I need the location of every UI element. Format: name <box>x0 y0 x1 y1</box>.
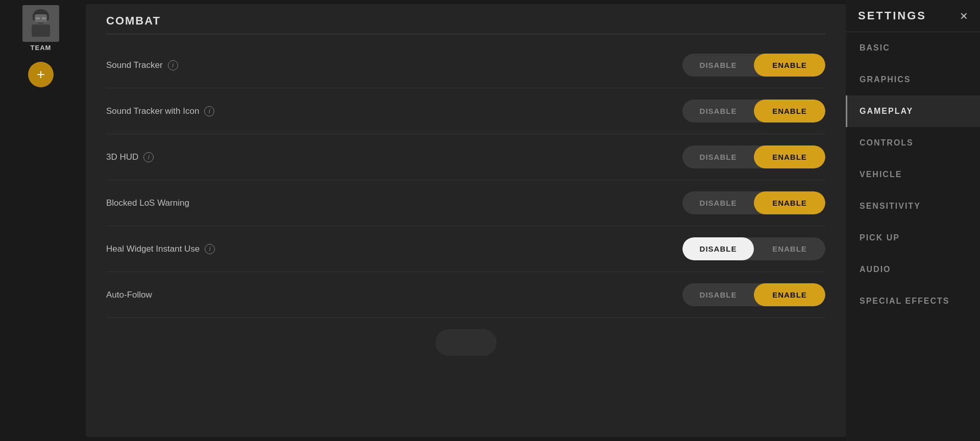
setting-text-sound_tracker_icon: Sound Tracker with Icon <box>106 106 199 116</box>
info-icon-sound_tracker[interactable]: i <box>168 60 178 70</box>
disable-btn-blocked_los[interactable]: DISABLE <box>682 191 754 214</box>
avatar <box>22 5 59 42</box>
svg-rect-3 <box>32 24 50 37</box>
info-icon-3d_hud[interactable]: i <box>143 152 154 162</box>
disable-btn-auto_follow[interactable]: DISABLE <box>682 283 754 306</box>
info-icon-sound_tracker_icon[interactable]: i <box>204 106 214 116</box>
setting-label-sound_tracker: Sound Trackeri <box>106 60 178 70</box>
disable-btn-sound_tracker[interactable]: DISABLE <box>682 54 754 77</box>
add-team-button[interactable]: + <box>28 62 54 87</box>
disable-btn-3d_hud[interactable]: DISABLE <box>682 145 754 168</box>
enable-btn-sound_tracker[interactable]: ENABLE <box>754 54 825 77</box>
disable-btn-heal_widget[interactable]: DISABLE <box>682 237 754 260</box>
nav-item-vehicle[interactable]: VEHICLE <box>846 159 980 190</box>
right-sidebar: SETTINGS × BASICGRAPHICSGAMEPLAYCONTROLS… <box>846 0 980 441</box>
enable-btn-3d_hud[interactable]: ENABLE <box>754 145 825 168</box>
close-button[interactable]: × <box>960 9 968 22</box>
enable-btn-sound_tracker_icon[interactable]: ENABLE <box>754 100 825 122</box>
setting-label-heal_widget: Heal Widget Instant Usei <box>106 244 215 254</box>
setting-text-sound_tracker: Sound Tracker <box>106 60 163 70</box>
settings-list: Sound TrackeriDISABLEENABLESound Tracker… <box>106 42 825 318</box>
section-title: COMBAT <box>106 14 825 34</box>
enable-btn-blocked_los[interactable]: ENABLE <box>754 191 825 214</box>
setting-row-auto_follow: Auto-FollowDISABLEENABLE <box>106 272 825 318</box>
setting-label-sound_tracker_icon: Sound Tracker with Iconi <box>106 106 214 116</box>
svg-rect-5 <box>36 17 40 19</box>
setting-text-auto_follow: Auto-Follow <box>106 290 152 300</box>
toggle-group-3d_hud: DISABLEENABLE <box>682 145 825 168</box>
nav-item-controls[interactable]: CONTROLS <box>846 127 980 159</box>
toggle-group-sound_tracker: DISABLEENABLE <box>682 54 825 77</box>
nav-item-sensitivity[interactable]: SENSITIVITY <box>846 190 980 222</box>
nav-item-pick_up[interactable]: PICK UP <box>846 222 980 254</box>
toggle-group-auto_follow: DISABLEENABLE <box>682 283 825 306</box>
setting-row-heal_widget: Heal Widget Instant UseiDISABLEENABLE <box>106 226 825 272</box>
toggle-group-heal_widget: DISABLEENABLE <box>682 237 825 260</box>
setting-row-sound_tracker_icon: Sound Tracker with IconiDISABLEENABLE <box>106 88 825 134</box>
nav-item-audio[interactable]: AUDIO <box>846 254 980 285</box>
nav-item-basic[interactable]: BASIC <box>846 32 980 64</box>
setting-label-blocked_los: Blocked LoS Warning <box>106 198 189 208</box>
setting-row-3d_hud: 3D HUDiDISABLEENABLE <box>106 134 825 180</box>
nav-item-gameplay[interactable]: GAMEPLAY <box>846 95 980 127</box>
toggle-group-blocked_los: DISABLEENABLE <box>682 191 825 214</box>
nav-list: BASICGRAPHICSGAMEPLAYCONTROLSVEHICLESENS… <box>846 32 980 317</box>
team-label: TEAM <box>31 44 52 52</box>
avatar-container: TEAM <box>22 5 59 52</box>
svg-rect-6 <box>42 17 46 19</box>
left-sidebar: TEAM + <box>0 0 82 441</box>
setting-row-blocked_los: Blocked LoS WarningDISABLEENABLE <box>106 180 825 226</box>
setting-text-3d_hud: 3D HUD <box>106 152 138 162</box>
nav-item-special_effects[interactable]: SPECIAL EFFECTS <box>846 285 980 317</box>
setting-row-sound_tracker: Sound TrackeriDISABLEENABLE <box>106 42 825 88</box>
setting-label-auto_follow: Auto-Follow <box>106 290 152 300</box>
setting-text-heal_widget: Heal Widget Instant Use <box>106 244 200 254</box>
nav-item-graphics[interactable]: GRAPHICS <box>846 64 980 95</box>
info-icon-heal_widget[interactable]: i <box>205 244 215 254</box>
toggle-group-sound_tracker_icon: DISABLEENABLE <box>682 100 825 122</box>
enable-btn-heal_widget[interactable]: ENABLE <box>754 237 825 260</box>
main-content: COMBAT Sound TrackeriDISABLEENABLESound … <box>86 4 846 437</box>
setting-label-3d_hud: 3D HUDi <box>106 152 154 162</box>
enable-btn-auto_follow[interactable]: ENABLE <box>754 283 825 306</box>
disable-btn-sound_tracker_icon[interactable]: DISABLE <box>682 100 754 122</box>
settings-panel-title: SETTINGS <box>858 9 926 22</box>
settings-header: SETTINGS × <box>846 0 980 32</box>
setting-text-blocked_los: Blocked LoS Warning <box>106 198 189 208</box>
